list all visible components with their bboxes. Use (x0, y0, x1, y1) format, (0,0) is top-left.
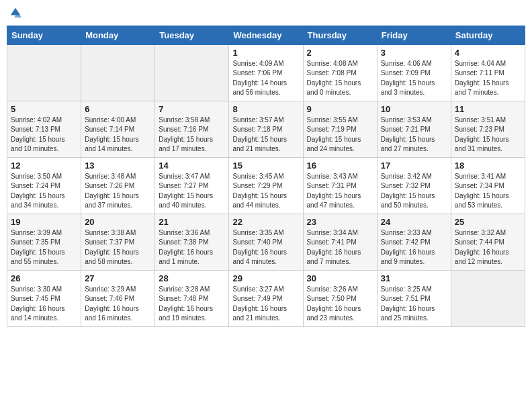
calendar-cell: 5Sunrise: 4:02 AM Sunset: 7:13 PM Daylig… (7, 101, 81, 157)
calendar-cell: 10Sunrise: 3:53 AM Sunset: 7:21 PM Dayli… (377, 101, 451, 157)
day-info: Sunrise: 3:32 AM Sunset: 7:44 PM Dayligh… (455, 228, 521, 267)
calendar-cell: 30Sunrise: 3:26 AM Sunset: 7:50 PM Dayli… (303, 270, 377, 326)
calendar-cell: 22Sunrise: 3:35 AM Sunset: 7:40 PM Dayli… (229, 214, 303, 270)
calendar-table: SundayMondayTuesdayWednesdayThursdayFrid… (7, 26, 525, 327)
day-info: Sunrise: 3:29 AM Sunset: 7:46 PM Dayligh… (85, 285, 151, 324)
day-number: 5 (11, 104, 77, 114)
day-number: 6 (85, 104, 151, 114)
calendar-cell: 3Sunrise: 4:06 AM Sunset: 7:09 PM Daylig… (377, 44, 451, 101)
calendar-cell: 11Sunrise: 3:51 AM Sunset: 7:23 PM Dayli… (451, 101, 525, 157)
day-info: Sunrise: 3:27 AM Sunset: 7:49 PM Dayligh… (232, 285, 299, 324)
day-info: Sunrise: 3:39 AM Sunset: 7:35 PM Dayligh… (11, 228, 77, 267)
day-info: Sunrise: 3:28 AM Sunset: 7:48 PM Dayligh… (159, 285, 225, 324)
calendar-cell: 4Sunrise: 4:04 AM Sunset: 7:11 PM Daylig… (451, 44, 525, 101)
day-number: 3 (381, 48, 447, 58)
week-row-2: 5Sunrise: 4:02 AM Sunset: 7:13 PM Daylig… (7, 101, 525, 157)
day-number: 24 (381, 217, 447, 227)
week-row-5: 26Sunrise: 3:30 AM Sunset: 7:45 PM Dayli… (7, 270, 525, 326)
weekday-header-friday: Friday (377, 26, 451, 44)
weekday-header-monday: Monday (81, 26, 155, 44)
weekday-header-saturday: Saturday (451, 26, 525, 44)
weekday-header-wednesday: Wednesday (229, 26, 303, 44)
day-number: 7 (159, 104, 225, 114)
calendar-cell: 15Sunrise: 3:45 AM Sunset: 7:29 PM Dayli… (229, 157, 303, 214)
weekday-header-sunday: Sunday (7, 26, 81, 44)
day-number: 18 (455, 161, 521, 171)
day-info: Sunrise: 4:09 AM Sunset: 7:06 PM Dayligh… (232, 59, 299, 98)
calendar-cell: 18Sunrise: 3:41 AM Sunset: 7:34 PM Dayli… (451, 157, 525, 214)
weekday-header-thursday: Thursday (303, 26, 377, 44)
calendar-cell (81, 44, 155, 101)
day-info: Sunrise: 3:55 AM Sunset: 7:19 PM Dayligh… (307, 116, 373, 154)
day-info: Sunrise: 3:53 AM Sunset: 7:21 PM Dayligh… (381, 116, 447, 154)
calendar-cell: 9Sunrise: 3:55 AM Sunset: 7:19 PM Daylig… (303, 101, 377, 157)
day-number: 14 (159, 161, 225, 171)
day-number: 30 (307, 273, 373, 283)
day-info: Sunrise: 3:33 AM Sunset: 7:42 PM Dayligh… (381, 228, 447, 267)
calendar-cell: 16Sunrise: 3:43 AM Sunset: 7:31 PM Dayli… (303, 157, 377, 214)
page-header (7, 7, 525, 20)
calendar-cell: 21Sunrise: 3:36 AM Sunset: 7:38 PM Dayli… (155, 214, 229, 270)
day-number: 4 (455, 48, 521, 58)
day-number: 16 (307, 161, 373, 171)
day-number: 1 (232, 48, 299, 58)
calendar-cell: 17Sunrise: 3:42 AM Sunset: 7:32 PM Dayli… (377, 157, 451, 214)
logo-icon (9, 7, 21, 19)
day-info: Sunrise: 3:57 AM Sunset: 7:18 PM Dayligh… (232, 116, 299, 154)
day-info: Sunrise: 3:41 AM Sunset: 7:34 PM Dayligh… (455, 172, 521, 211)
calendar-cell: 28Sunrise: 3:28 AM Sunset: 7:48 PM Dayli… (155, 270, 229, 326)
day-info: Sunrise: 3:58 AM Sunset: 7:16 PM Dayligh… (159, 116, 225, 154)
weekday-header-row: SundayMondayTuesdayWednesdayThursdayFrid… (7, 26, 525, 44)
day-info: Sunrise: 4:00 AM Sunset: 7:14 PM Dayligh… (85, 116, 151, 154)
day-number: 17 (381, 161, 447, 171)
day-info: Sunrise: 3:50 AM Sunset: 7:24 PM Dayligh… (11, 172, 77, 211)
weekday-header-tuesday: Tuesday (155, 26, 229, 44)
calendar-cell: 12Sunrise: 3:50 AM Sunset: 7:24 PM Dayli… (7, 157, 81, 214)
day-number: 26 (11, 273, 77, 283)
day-number: 10 (381, 104, 447, 114)
day-number: 23 (307, 217, 373, 227)
day-number: 25 (455, 217, 521, 227)
calendar-cell: 20Sunrise: 3:38 AM Sunset: 7:37 PM Dayli… (81, 214, 155, 270)
day-number: 27 (85, 273, 151, 283)
calendar-cell (155, 44, 229, 101)
day-info: Sunrise: 3:34 AM Sunset: 7:41 PM Dayligh… (307, 228, 373, 267)
day-number: 28 (159, 273, 225, 283)
day-info: Sunrise: 4:02 AM Sunset: 7:13 PM Dayligh… (11, 116, 77, 154)
calendar-cell: 25Sunrise: 3:32 AM Sunset: 7:44 PM Dayli… (451, 214, 525, 270)
day-info: Sunrise: 3:42 AM Sunset: 7:32 PM Dayligh… (381, 172, 447, 211)
day-info: Sunrise: 3:36 AM Sunset: 7:38 PM Dayligh… (159, 228, 225, 267)
week-row-1: 1Sunrise: 4:09 AM Sunset: 7:06 PM Daylig… (7, 44, 525, 101)
calendar-cell: 6Sunrise: 4:00 AM Sunset: 7:14 PM Daylig… (81, 101, 155, 157)
day-info: Sunrise: 4:04 AM Sunset: 7:11 PM Dayligh… (455, 59, 521, 98)
week-row-4: 19Sunrise: 3:39 AM Sunset: 7:35 PM Dayli… (7, 214, 525, 270)
calendar-cell: 23Sunrise: 3:34 AM Sunset: 7:41 PM Dayli… (303, 214, 377, 270)
calendar-cell: 29Sunrise: 3:27 AM Sunset: 7:49 PM Dayli… (229, 270, 303, 326)
calendar-cell: 27Sunrise: 3:29 AM Sunset: 7:46 PM Dayli… (81, 270, 155, 326)
day-info: Sunrise: 3:25 AM Sunset: 7:51 PM Dayligh… (381, 285, 447, 324)
day-info: Sunrise: 3:35 AM Sunset: 7:40 PM Dayligh… (232, 228, 299, 267)
day-number: 22 (232, 217, 299, 227)
day-info: Sunrise: 3:38 AM Sunset: 7:37 PM Dayligh… (85, 228, 151, 267)
day-info: Sunrise: 4:08 AM Sunset: 7:08 PM Dayligh… (307, 59, 373, 98)
day-info: Sunrise: 3:48 AM Sunset: 7:26 PM Dayligh… (85, 172, 151, 211)
day-number: 21 (159, 217, 225, 227)
day-info: Sunrise: 3:47 AM Sunset: 7:27 PM Dayligh… (159, 172, 225, 211)
day-number: 15 (232, 161, 299, 171)
week-row-3: 12Sunrise: 3:50 AM Sunset: 7:24 PM Dayli… (7, 157, 525, 214)
calendar-cell: 8Sunrise: 3:57 AM Sunset: 7:18 PM Daylig… (229, 101, 303, 157)
day-number: 31 (381, 273, 447, 283)
day-number: 19 (11, 217, 77, 227)
calendar-cell: 14Sunrise: 3:47 AM Sunset: 7:27 PM Dayli… (155, 157, 229, 214)
calendar-cell: 26Sunrise: 3:30 AM Sunset: 7:45 PM Dayli… (7, 270, 81, 326)
day-info: Sunrise: 3:45 AM Sunset: 7:29 PM Dayligh… (232, 172, 299, 211)
day-number: 8 (232, 104, 299, 114)
day-number: 2 (307, 48, 373, 58)
day-number: 20 (85, 217, 151, 227)
day-number: 11 (455, 104, 521, 114)
calendar-cell: 19Sunrise: 3:39 AM Sunset: 7:35 PM Dayli… (7, 214, 81, 270)
day-info: Sunrise: 3:26 AM Sunset: 7:50 PM Dayligh… (307, 285, 373, 324)
logo (9, 7, 23, 20)
day-info: Sunrise: 3:30 AM Sunset: 7:45 PM Dayligh… (11, 285, 77, 324)
day-number: 29 (232, 273, 299, 283)
